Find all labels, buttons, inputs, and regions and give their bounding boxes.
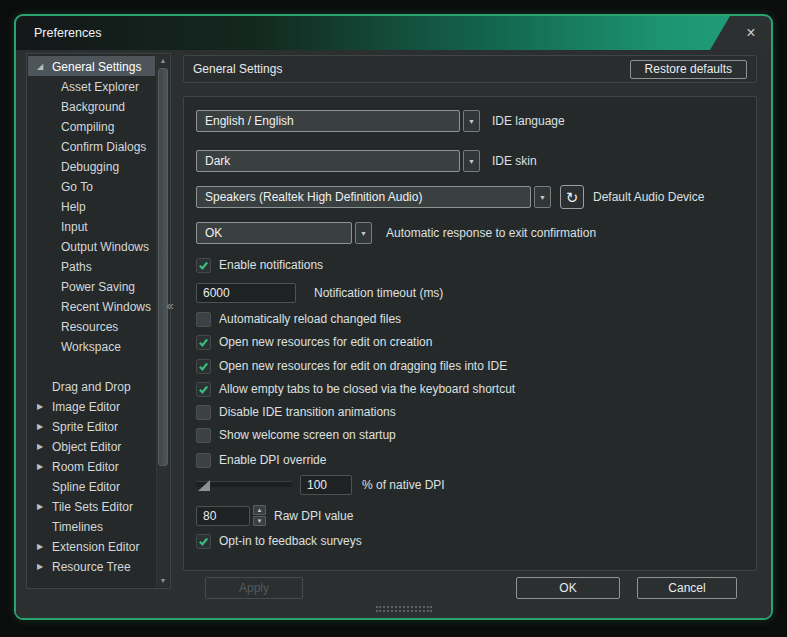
sidebar-item[interactable]: ◢General Settings <box>28 56 155 76</box>
sidebar-item[interactable]: Output Windows <box>28 236 155 256</box>
close-button[interactable]: × <box>741 24 761 42</box>
tree-arrow-icon[interactable]: ▶ <box>37 557 52 577</box>
open-on-drag-row: Open new resources for edit on dragging … <box>196 358 756 374</box>
welcome-screen-checkbox[interactable] <box>196 428 211 443</box>
sidebar-item[interactable]: Compiling <box>28 116 155 136</box>
sidebar-item-label: Drag and Drop <box>52 380 131 394</box>
sidebar: ◢General Settings Asset Explorer Backgro… <box>26 53 171 589</box>
sidebar-item[interactable]: ▶Sprite Editor <box>28 416 155 436</box>
sidebar-item[interactable]: Workspace <box>28 336 155 356</box>
exit-confirmation-value: OK <box>205 226 222 240</box>
audio-device-value: Speakers (Realtek High Definition Audio) <box>205 190 422 204</box>
ide-language-label: IDE language <box>492 114 565 128</box>
dpi-scale-input[interactable] <box>300 475 352 495</box>
tree-arrow-icon[interactable]: ▶ <box>37 417 52 437</box>
sidebar-item[interactable]: Recent Windows <box>28 296 155 316</box>
notification-timeout-input[interactable] <box>196 283 296 303</box>
resize-grip[interactable] <box>376 606 432 612</box>
sidebar-item[interactable]: Spline Editor <box>28 476 155 496</box>
sidebar-item[interactable]: Timelines <box>28 516 155 536</box>
titlebar[interactable]: Preferences × <box>16 16 771 50</box>
sidebar-item-label: General Settings <box>52 60 141 74</box>
ide-language-row: English / English ▼ IDE language <box>196 110 756 132</box>
sidebar-item[interactable]: Power Saving <box>28 276 155 296</box>
tree-arrow-icon[interactable]: ◢ <box>37 57 52 77</box>
sidebar-item[interactable]: ▶Image Editor <box>28 396 155 416</box>
sidebar-item[interactable]: ▶Room Editor <box>28 456 155 476</box>
sidebar-scrollbar[interactable]: ▲ ▼ <box>156 55 169 587</box>
tree-arrow-icon[interactable]: ▶ <box>37 437 52 457</box>
tree-arrow-icon[interactable]: ▶ <box>37 397 52 417</box>
sidebar-item[interactable]: Go To <box>28 176 155 196</box>
apply-button[interactable]: Apply <box>205 577 303 599</box>
feedback-surveys-checkbox[interactable] <box>196 534 211 549</box>
stepper-up-button[interactable]: ▲ <box>253 505 266 515</box>
enable-notifications-checkbox[interactable] <box>196 258 211 273</box>
refresh-audio-devices-button[interactable]: ↻ <box>560 185 584 209</box>
ide-skin-value: Dark <box>205 154 230 168</box>
sidebar-collapse-button[interactable]: « <box>163 298 177 313</box>
open-on-drag-checkbox[interactable] <box>196 359 211 374</box>
sidebar-item-label: Resource Tree <box>52 560 131 574</box>
ide-skin-dropdown-button[interactable]: ▼ <box>463 150 480 172</box>
dpi-scale-row: % of native DPI <box>196 475 756 495</box>
settings-tree: ◢General Settings Asset Explorer Backgro… <box>28 56 155 587</box>
enable-notifications-row: Enable notifications <box>196 257 756 273</box>
ide-language-dropdown-button[interactable]: ▼ <box>463 110 480 132</box>
sidebar-item[interactable]: Paths <box>28 256 155 276</box>
auto-reload-checkbox[interactable] <box>196 312 211 327</box>
ide-skin-select[interactable]: Dark <box>196 150 460 172</box>
open-on-creation-checkbox[interactable] <box>196 335 211 350</box>
sidebar-item[interactable]: ▶Extension Editor <box>28 536 155 556</box>
audio-device-row: Speakers (Realtek High Definition Audio)… <box>196 185 756 209</box>
sidebar-item-label: Asset Explorer <box>61 80 139 94</box>
scrollbar-thumb[interactable] <box>158 68 168 466</box>
chevron-down-icon: ▼ <box>360 230 367 237</box>
raw-dpi-input[interactable] <box>196 506 250 526</box>
auto-reload-row: Automatically reload changed files <box>196 311 756 327</box>
sidebar-item[interactable]: ▶Resource Tree <box>28 556 155 576</box>
disable-animations-label: Disable IDE transition animations <box>219 405 396 419</box>
sidebar-item[interactable]: Drag and Drop <box>28 376 155 396</box>
open-on-creation-row: Open new resources for edit on creation <box>196 334 756 350</box>
chevron-down-icon: ▼ <box>468 118 475 125</box>
sidebar-item-label: Output Windows <box>61 240 149 254</box>
dpi-scale-label: % of native DPI <box>362 478 445 492</box>
sidebar-item[interactable]: Background <box>28 96 155 116</box>
feedback-surveys-label: Opt-in to feedback surveys <box>219 534 362 548</box>
restore-defaults-button[interactable]: Restore defaults <box>630 60 747 79</box>
cancel-button[interactable]: Cancel <box>637 577 737 599</box>
allow-empty-tabs-checkbox[interactable] <box>196 382 211 397</box>
tree-arrow-icon[interactable]: ▶ <box>37 537 52 557</box>
scroll-down-icon[interactable]: ▼ <box>157 575 169 587</box>
welcome-screen-label: Show welcome screen on startup <box>219 428 396 442</box>
sidebar-item[interactable]: Input <box>28 216 155 236</box>
sidebar-item[interactable]: Resources <box>28 316 155 336</box>
dpi-scale-slider[interactable] <box>196 478 292 492</box>
check-icon <box>198 337 209 348</box>
exit-confirmation-dropdown-button[interactable]: ▼ <box>355 222 372 244</box>
dpi-override-checkbox[interactable] <box>196 453 211 468</box>
caret-down-icon: ▼ <box>257 518 263 524</box>
scroll-up-icon[interactable]: ▲ <box>157 55 169 67</box>
exit-confirmation-select[interactable]: OK <box>196 222 352 244</box>
disable-animations-checkbox[interactable] <box>196 405 211 420</box>
audio-device-dropdown-button[interactable]: ▼ <box>534 186 551 208</box>
window-title: Preferences <box>34 16 101 50</box>
sidebar-item[interactable]: Debugging <box>28 156 155 176</box>
tree-arrow-icon[interactable]: ▶ <box>37 457 52 477</box>
sidebar-item-label: Timelines <box>52 520 103 534</box>
ide-language-value: English / English <box>205 114 294 128</box>
ok-button[interactable]: OK <box>516 577 620 599</box>
sidebar-item[interactable]: Asset Explorer <box>28 76 155 96</box>
sidebar-item[interactable]: ▶Tile Sets Editor <box>28 496 155 516</box>
sidebar-item[interactable]: Help <box>28 196 155 216</box>
tree-arrow-icon[interactable]: ▶ <box>37 497 52 517</box>
sidebar-item[interactable]: ▶Object Editor <box>28 436 155 456</box>
raw-dpi-stepper: ▲ ▼ <box>253 505 266 526</box>
stepper-down-button[interactable]: ▼ <box>253 516 266 526</box>
ide-language-select[interactable]: English / English <box>196 110 460 132</box>
audio-device-select[interactable]: Speakers (Realtek High Definition Audio) <box>196 186 531 208</box>
sidebar-item[interactable]: Confirm Dialogs <box>28 136 155 156</box>
dialog-body: ◢General Settings Asset Explorer Backgro… <box>16 50 771 618</box>
